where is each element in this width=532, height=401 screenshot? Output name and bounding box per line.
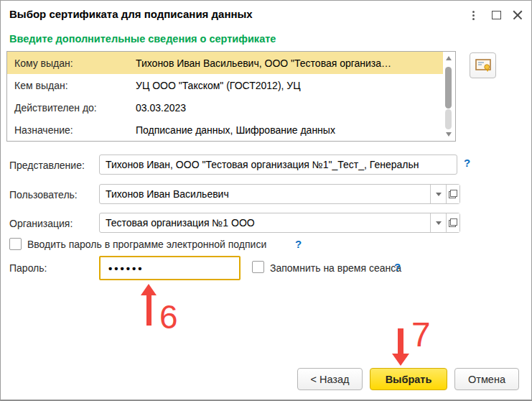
organization-open-button[interactable] xyxy=(446,213,459,232)
chevron-down-icon xyxy=(436,221,442,225)
organization-input[interactable]: Тестовая организация №1 ООО xyxy=(99,213,460,233)
dialog-window: Выбор сертификата для подписания данных … xyxy=(0,0,532,401)
table-row-issued-to[interactable]: Кому выдан: Тихонов Иван Васильевич, ООО… xyxy=(7,52,443,74)
row-value: Подписание данных, Шифрование данных xyxy=(136,124,443,136)
remember-label: Запомнить на время сеанса xyxy=(270,262,401,274)
close-icon[interactable] xyxy=(509,6,526,24)
step7-arrow-icon xyxy=(392,354,409,366)
scrollbar-thumb[interactable] xyxy=(445,67,452,109)
row-value: Тихонов Иван Васильевич, ООО "Тестовая о… xyxy=(136,57,443,69)
password-value: •••••• xyxy=(101,262,144,275)
scroll-down-icon[interactable] xyxy=(446,132,452,137)
step7-arrow-shaft xyxy=(398,328,403,354)
representation-help-link[interactable]: ? xyxy=(464,157,470,169)
step7-number: 7 xyxy=(411,318,431,352)
organization-dropdown-button[interactable] xyxy=(430,213,446,232)
kebab-menu-icon[interactable] xyxy=(465,6,482,24)
password-in-program-help-link[interactable]: ? xyxy=(295,238,302,250)
step6-number: 6 xyxy=(159,300,178,333)
certificate-icon xyxy=(475,59,491,73)
password-label: Пароль: xyxy=(9,262,47,274)
maximize-icon[interactable] xyxy=(487,6,505,24)
table-row-purpose[interactable]: Назначение: Подписание данных, Шифровани… xyxy=(7,119,443,141)
representation-label: Представление: xyxy=(9,160,85,171)
table-row-valid-until[interactable]: Действителен до: 03.03.2023 xyxy=(7,96,443,119)
password-input[interactable]: •••••• xyxy=(99,256,241,280)
select-button[interactable]: Выбрать xyxy=(370,368,447,390)
page-title: Введите дополнительные сведения о сертиф… xyxy=(9,33,276,45)
user-dropdown-button[interactable] xyxy=(430,185,446,203)
row-value: 03.03.2023 xyxy=(136,102,443,114)
user-open-button[interactable] xyxy=(446,185,459,203)
organization-value: Тестовая организация №1 ООО xyxy=(100,213,430,232)
row-label: Назначение: xyxy=(7,124,136,136)
remember-help-link[interactable]: ? xyxy=(394,261,401,273)
row-label: Кому выдан: xyxy=(7,57,136,69)
chevron-down-icon xyxy=(436,193,442,196)
step6-arrow-shaft xyxy=(146,295,151,326)
user-label: Пользователь: xyxy=(9,189,78,200)
window-title: Выбор сертификата для подписания данных xyxy=(9,8,253,20)
back-button[interactable]: < Назад xyxy=(297,368,363,390)
representation-value: Тихонов Иван, ООО "Тестовая организация … xyxy=(100,159,424,170)
scroll-up-icon[interactable] xyxy=(446,56,452,60)
password-in-program-label: Вводить пароль в программе электронной п… xyxy=(27,239,266,250)
table-row-issued-by[interactable]: Кем выдан: УЦ ООО "Такском" (ГОСТ2012), … xyxy=(7,74,443,96)
open-form-icon xyxy=(449,218,457,227)
row-label: Действителен до: xyxy=(7,102,136,114)
representation-input[interactable]: Тихонов Иван, ООО "Тестовая организация … xyxy=(99,155,457,175)
show-certificate-button[interactable] xyxy=(470,52,496,78)
step6-arrow-icon xyxy=(141,284,157,295)
scrollbar-track xyxy=(445,109,452,129)
user-input[interactable]: Тихонов Иван Васильевич xyxy=(99,184,460,204)
remember-checkbox[interactable] xyxy=(252,261,264,273)
organization-label: Организация: xyxy=(9,218,73,229)
row-label: Кем выдан: xyxy=(7,80,136,91)
row-value: УЦ ООО "Такском" (ГОСТ2012), УЦ xyxy=(136,80,443,91)
user-value: Тихонов Иван Васильевич xyxy=(100,185,430,203)
open-form-icon xyxy=(449,190,457,198)
password-in-program-checkbox[interactable] xyxy=(9,238,22,250)
certificate-table: Кому выдан: Тихонов Иван Васильевич, ООО… xyxy=(6,51,456,142)
cancel-button[interactable]: Отмена xyxy=(454,368,519,390)
table-scrollbar[interactable] xyxy=(443,52,455,141)
